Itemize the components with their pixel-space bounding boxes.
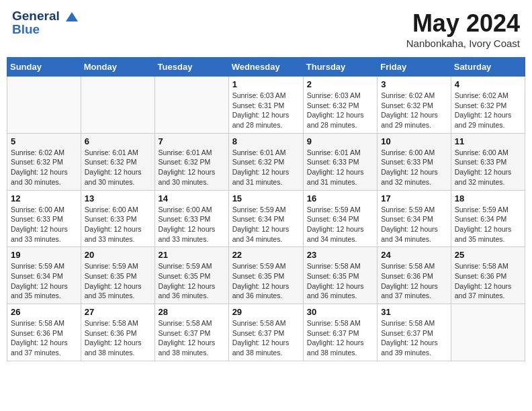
day-info: Sunrise: 6:02 AM Sunset: 6:32 PM Dayligh… — [11, 148, 77, 187]
day-number: 1 — [232, 79, 300, 89]
calendar-week-5: 26Sunrise: 5:58 AM Sunset: 6:36 PM Dayli… — [7, 304, 525, 361]
calendar-cell: 17Sunrise: 5:59 AM Sunset: 6:34 PM Dayli… — [378, 190, 451, 247]
calendar-cell: 13Sunrise: 6:00 AM Sunset: 6:33 PM Dayli… — [81, 190, 154, 247]
day-number: 10 — [381, 136, 447, 146]
calendar-cell — [7, 77, 81, 134]
day-header-tuesday: Tuesday — [154, 58, 228, 77]
day-info: Sunrise: 6:00 AM Sunset: 6:33 PM Dayligh… — [381, 148, 447, 187]
day-number: 15 — [232, 193, 300, 203]
calendar-cell: 30Sunrise: 5:58 AM Sunset: 6:37 PM Dayli… — [303, 304, 377, 361]
day-info: Sunrise: 5:59 AM Sunset: 6:34 PM Dayligh… — [307, 205, 373, 244]
day-info: Sunrise: 5:58 AM Sunset: 6:37 PM Dayligh… — [232, 318, 300, 358]
day-number: 4 — [455, 79, 521, 89]
day-info: Sunrise: 6:03 AM Sunset: 6:31 PM Dayligh… — [232, 91, 300, 130]
calendar-cell: 25Sunrise: 5:58 AM Sunset: 6:36 PM Dayli… — [451, 247, 525, 304]
month-title: May 2024 — [406, 9, 520, 38]
calendar-cell: 20Sunrise: 5:59 AM Sunset: 6:35 PM Dayli… — [81, 247, 154, 304]
day-number: 27 — [85, 307, 151, 317]
calendar-cell: 3Sunrise: 6:02 AM Sunset: 6:32 PM Daylig… — [378, 77, 451, 134]
calendar-cell: 7Sunrise: 6:01 AM Sunset: 6:32 PM Daylig… — [154, 133, 228, 190]
calendar-cell: 31Sunrise: 5:58 AM Sunset: 6:37 PM Dayli… — [378, 304, 451, 361]
page-header: General Blue May 2024 Nanbonkaha, Ivory … — [7, 7, 525, 52]
day-number: 11 — [455, 136, 521, 146]
calendar-cell: 19Sunrise: 5:59 AM Sunset: 6:34 PM Dayli… — [7, 247, 81, 304]
calendar-cell: 23Sunrise: 5:58 AM Sunset: 6:35 PM Dayli… — [303, 247, 377, 304]
day-info: Sunrise: 5:59 AM Sunset: 6:35 PM Dayligh… — [85, 261, 151, 301]
day-header-monday: Monday — [81, 58, 154, 77]
calendar-cell: 28Sunrise: 5:58 AM Sunset: 6:37 PM Dayli… — [154, 304, 228, 361]
day-info: Sunrise: 5:58 AM Sunset: 6:36 PM Dayligh… — [85, 318, 151, 358]
calendar-cell: 5Sunrise: 6:02 AM Sunset: 6:32 PM Daylig… — [7, 133, 81, 190]
day-number: 17 — [381, 193, 447, 203]
day-header-saturday: Saturday — [451, 58, 525, 77]
calendar-cell — [451, 304, 525, 361]
calendar-body: 1Sunrise: 6:03 AM Sunset: 6:31 PM Daylig… — [7, 77, 525, 361]
calendar-cell: 12Sunrise: 6:00 AM Sunset: 6:33 PM Dayli… — [7, 190, 81, 247]
calendar-table: SundayMondayTuesdayWednesdayThursdayFrid… — [7, 57, 525, 361]
day-number: 30 — [307, 307, 373, 317]
day-info: Sunrise: 5:58 AM Sunset: 6:37 PM Dayligh… — [307, 318, 373, 358]
svg-marker-0 — [66, 12, 78, 21]
day-number: 12 — [11, 193, 77, 203]
day-number: 26 — [11, 307, 77, 317]
calendar-cell — [154, 77, 228, 134]
title-area: May 2024 Nanbonkaha, Ivory Coast — [406, 9, 520, 49]
day-info: Sunrise: 5:58 AM Sunset: 6:35 PM Dayligh… — [307, 261, 373, 301]
day-info: Sunrise: 5:59 AM Sunset: 6:34 PM Dayligh… — [381, 205, 447, 244]
day-number: 6 — [85, 136, 151, 146]
day-info: Sunrise: 5:58 AM Sunset: 6:37 PM Dayligh… — [159, 318, 225, 358]
day-number: 25 — [455, 250, 521, 260]
day-number: 29 — [232, 307, 300, 317]
location: Nanbonkaha, Ivory Coast — [406, 38, 520, 49]
day-number: 18 — [455, 193, 521, 203]
calendar-cell: 11Sunrise: 6:00 AM Sunset: 6:33 PM Dayli… — [451, 133, 525, 190]
day-number: 14 — [159, 193, 225, 203]
calendar-cell: 21Sunrise: 5:59 AM Sunset: 6:35 PM Dayli… — [154, 247, 228, 304]
day-info: Sunrise: 6:00 AM Sunset: 6:33 PM Dayligh… — [455, 148, 521, 187]
day-info: Sunrise: 6:00 AM Sunset: 6:33 PM Dayligh… — [11, 205, 77, 244]
day-number: 7 — [159, 136, 225, 146]
day-header-friday: Friday — [378, 58, 451, 77]
day-number: 8 — [232, 136, 300, 146]
day-number: 23 — [307, 250, 373, 260]
day-number: 22 — [232, 250, 300, 260]
day-number: 21 — [159, 250, 225, 260]
logo-blue: Blue — [12, 23, 79, 37]
calendar-cell: 29Sunrise: 5:58 AM Sunset: 6:37 PM Dayli… — [228, 304, 303, 361]
day-info: Sunrise: 5:58 AM Sunset: 6:36 PM Dayligh… — [455, 261, 521, 301]
day-number: 5 — [11, 136, 77, 146]
calendar-cell: 26Sunrise: 5:58 AM Sunset: 6:36 PM Dayli… — [7, 304, 81, 361]
calendar-cell: 2Sunrise: 6:03 AM Sunset: 6:32 PM Daylig… — [303, 77, 377, 134]
day-number: 31 — [381, 307, 447, 317]
day-header-wednesday: Wednesday — [228, 58, 303, 77]
calendar-cell: 10Sunrise: 6:00 AM Sunset: 6:33 PM Dayli… — [378, 133, 451, 190]
calendar-cell — [81, 77, 154, 134]
day-number: 16 — [307, 193, 373, 203]
calendar-cell: 4Sunrise: 6:02 AM Sunset: 6:32 PM Daylig… — [451, 77, 525, 134]
calendar-cell: 8Sunrise: 6:01 AM Sunset: 6:32 PM Daylig… — [228, 133, 303, 190]
calendar-week-2: 5Sunrise: 6:02 AM Sunset: 6:32 PM Daylig… — [7, 133, 525, 190]
day-number: 24 — [381, 250, 447, 260]
day-number: 9 — [307, 136, 373, 146]
day-info: Sunrise: 6:01 AM Sunset: 6:32 PM Dayligh… — [159, 148, 225, 187]
calendar-cell: 1Sunrise: 6:03 AM Sunset: 6:31 PM Daylig… — [228, 77, 303, 134]
calendar-cell: 14Sunrise: 6:00 AM Sunset: 6:33 PM Dayli… — [154, 190, 228, 247]
day-info: Sunrise: 6:00 AM Sunset: 6:33 PM Dayligh… — [85, 205, 151, 244]
day-info: Sunrise: 5:59 AM Sunset: 6:34 PM Dayligh… — [232, 205, 300, 244]
day-header-sunday: Sunday — [7, 58, 81, 77]
calendar-cell: 24Sunrise: 5:58 AM Sunset: 6:36 PM Dayli… — [378, 247, 451, 304]
day-number: 20 — [85, 250, 151, 260]
day-info: Sunrise: 5:59 AM Sunset: 6:34 PM Dayligh… — [11, 261, 77, 301]
day-info: Sunrise: 6:02 AM Sunset: 6:32 PM Dayligh… — [381, 91, 447, 130]
calendar-cell: 6Sunrise: 6:01 AM Sunset: 6:32 PM Daylig… — [81, 133, 154, 190]
day-info: Sunrise: 6:02 AM Sunset: 6:32 PM Dayligh… — [455, 91, 521, 130]
calendar-cell: 9Sunrise: 6:01 AM Sunset: 6:33 PM Daylig… — [303, 133, 377, 190]
day-number: 13 — [85, 193, 151, 203]
calendar-header-row: SundayMondayTuesdayWednesdayThursdayFrid… — [7, 58, 525, 77]
logo: General Blue — [12, 9, 79, 37]
calendar-cell: 16Sunrise: 5:59 AM Sunset: 6:34 PM Dayli… — [303, 190, 377, 247]
day-number: 19 — [11, 250, 77, 260]
day-info: Sunrise: 5:59 AM Sunset: 6:35 PM Dayligh… — [159, 261, 225, 301]
logo-icon — [64, 9, 79, 24]
day-info: Sunrise: 5:58 AM Sunset: 6:36 PM Dayligh… — [381, 261, 447, 301]
